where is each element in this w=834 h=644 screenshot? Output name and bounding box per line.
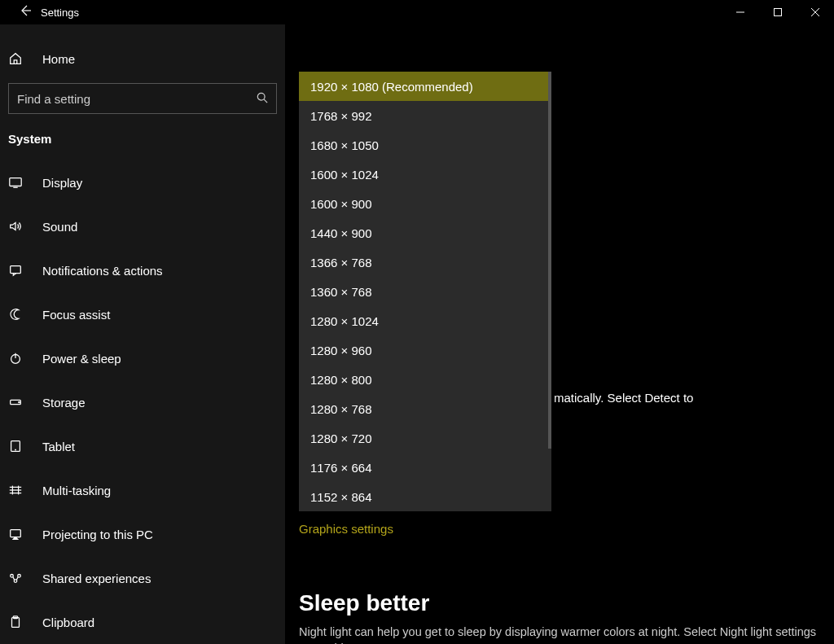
home-icon [8, 51, 28, 66]
svg-rect-6 [10, 178, 21, 186]
sound-icon [8, 219, 28, 234]
sleep-better-section: Sleep better Night light can help you ge… [299, 590, 826, 644]
resolution-option[interactable]: 1280 × 1024 [299, 306, 551, 335]
svg-line-5 [264, 99, 267, 103]
sidebar-item-clipboard[interactable]: Clipboard [0, 600, 285, 644]
main-content: matically. Select Detect to 1920 × 1080 … [285, 24, 834, 644]
nav-home[interactable]: Home [0, 49, 285, 68]
resolution-option[interactable]: 1280 × 800 [299, 365, 551, 394]
sidebar-item-label: Multi-tasking [42, 484, 111, 497]
detect-text-fragment: matically. Select Detect to [554, 391, 693, 405]
sidebar-item-display[interactable]: Display [0, 160, 285, 204]
maximize-button[interactable] [759, 0, 797, 24]
sidebar-item-storage[interactable]: Storage [0, 380, 285, 424]
close-button[interactable] [797, 0, 834, 24]
dropdown-scrollbar[interactable] [548, 72, 551, 449]
resolution-option[interactable]: 1768 × 992 [299, 101, 551, 130]
svg-rect-1 [775, 9, 782, 16]
svg-point-23 [14, 580, 17, 583]
svg-point-22 [18, 575, 21, 578]
search-input[interactable] [8, 83, 277, 114]
sleep-better-title: Sleep better [299, 590, 826, 616]
storage-icon [8, 395, 28, 410]
tablet-icon [8, 439, 28, 453]
sidebar-item-multitasking[interactable]: Multi-tasking [0, 468, 285, 512]
sidebar-item-power-sleep[interactable]: Power & sleep [0, 336, 285, 380]
sidebar-item-label: Tablet [42, 440, 75, 453]
display-icon [8, 175, 28, 190]
resolution-option[interactable]: 1680 × 1050 [299, 130, 551, 160]
resolution-option[interactable]: 1280 × 960 [299, 335, 551, 365]
back-button[interactable] [10, 4, 41, 21]
sidebar-item-focus-assist[interactable]: Focus assist [0, 292, 285, 336]
focus-assist-icon [8, 307, 28, 322]
window-title: Settings [41, 7, 79, 19]
search-field[interactable] [17, 92, 257, 106]
resolution-option[interactable]: 1600 × 1024 [299, 160, 551, 189]
svg-rect-8 [11, 266, 21, 274]
shared-experiences-icon [8, 571, 28, 585]
resolution-option[interactable]: 1920 × 1080 (Recommended) [299, 72, 551, 101]
sidebar-item-label: Display [42, 176, 82, 190]
sidebar-item-notifications[interactable]: Notifications & actions [0, 248, 285, 292]
sidebar-item-label: Shared experiences [42, 572, 151, 585]
resolution-option[interactable]: 1152 × 864 [299, 482, 551, 511]
sleep-better-description: Night light can help you get to sleep by… [299, 624, 826, 644]
power-icon [8, 351, 28, 366]
resolution-option[interactable]: 1176 × 664 [299, 453, 551, 482]
sidebar: Home System Display Sound [0, 24, 285, 644]
svg-point-21 [11, 575, 14, 578]
clipboard-icon [8, 615, 28, 629]
minimize-button[interactable] [722, 0, 759, 24]
svg-rect-26 [12, 618, 20, 628]
sidebar-item-projecting[interactable]: Projecting to this PC [0, 512, 285, 556]
multitasking-icon [8, 483, 28, 497]
svg-line-25 [16, 577, 18, 580]
resolution-option[interactable]: 1280 × 768 [299, 394, 551, 423]
resolution-dropdown[interactable]: 1920 × 1080 (Recommended) 1768 × 992 168… [299, 72, 551, 511]
graphics-settings-link[interactable]: Graphics settings [299, 522, 393, 536]
resolution-option[interactable]: 1280 × 720 [299, 423, 551, 453]
sidebar-category: System [0, 132, 285, 160]
nav-home-label: Home [42, 52, 75, 66]
titlebar: Settings [0, 0, 834, 24]
sidebar-item-label: Storage [42, 396, 86, 410]
svg-rect-20 [11, 530, 21, 537]
resolution-option[interactable]: 1440 × 900 [299, 218, 551, 248]
svg-point-4 [257, 93, 265, 100]
svg-line-24 [13, 577, 15, 580]
sidebar-item-tablet[interactable]: Tablet [0, 424, 285, 468]
sidebar-item-label: Focus assist [42, 308, 110, 322]
notifications-icon [8, 263, 28, 278]
resolution-option[interactable]: 1366 × 768 [299, 248, 551, 277]
sidebar-item-label: Clipboard [42, 616, 94, 629]
sidebar-item-label: Power & sleep [42, 352, 121, 366]
sidebar-item-label: Sound [42, 220, 77, 234]
svg-point-12 [19, 401, 20, 402]
sidebar-item-label: Projecting to this PC [42, 528, 153, 541]
sidebar-item-label: Notifications & actions [42, 264, 163, 278]
search-icon [257, 92, 268, 106]
resolution-option[interactable]: 1600 × 900 [299, 189, 551, 218]
resolution-option[interactable]: 1360 × 768 [299, 277, 551, 306]
projecting-icon [8, 527, 28, 541]
sidebar-item-shared-experiences[interactable]: Shared experiences [0, 556, 285, 600]
sidebar-item-sound[interactable]: Sound [0, 204, 285, 248]
